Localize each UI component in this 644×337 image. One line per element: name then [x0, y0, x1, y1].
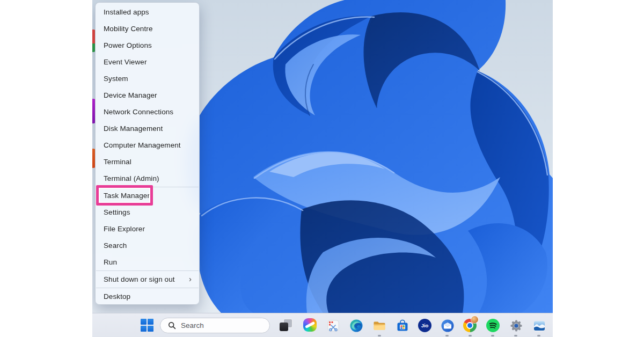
copilot-button[interactable]	[303, 318, 317, 332]
snipping-tool-icon	[326, 319, 340, 333]
submenu-chevron-icon: ›	[189, 275, 192, 283]
file-explorer-icon	[372, 319, 386, 333]
search-icon	[168, 321, 176, 329]
menu-item-file-explorer[interactable]: File Explorer	[96, 221, 199, 237]
chrome-profile-avatar	[471, 316, 478, 323]
running-indicator-spotify	[491, 335, 494, 336]
settings-button[interactable]	[509, 318, 523, 333]
menu-item-terminal[interactable]: Terminal	[96, 153, 199, 170]
chrome-button[interactable]	[463, 318, 477, 333]
spotify-icon	[486, 319, 500, 332]
thunderbird-icon	[441, 319, 455, 333]
search-placeholder: Search	[181, 321, 204, 329]
menu-item-mobility-centre[interactable]: Mobility Centre	[96, 20, 199, 37]
running-indicator-thunderbird	[445, 335, 449, 336]
search-input[interactable]: Search	[160, 318, 270, 333]
edge-button[interactable]	[349, 318, 363, 333]
running-indicator-file-explorer	[378, 335, 381, 336]
menu-item-system[interactable]: System	[96, 70, 199, 87]
menu-item-shut-down-or-sign-out[interactable]: Shut down or sign out ›	[96, 271, 199, 288]
menu-item-device-manager[interactable]: Device Manager	[96, 87, 199, 104]
running-indicator-settings	[514, 335, 517, 336]
running-indicator-photos	[537, 335, 540, 336]
menu-item-power-options[interactable]: Power Options	[96, 37, 199, 54]
jio-button[interactable]: Jio	[418, 318, 432, 333]
menu-item-settings[interactable]: Settings	[96, 204, 199, 221]
menu-item-event-viewer[interactable]: Event Viewer	[96, 54, 199, 70]
menu-item-desktop[interactable]: Desktop	[96, 288, 199, 305]
menu-item-installed-apps[interactable]: Installed apps	[96, 4, 199, 20]
start-button[interactable]	[140, 318, 154, 332]
spotify-button[interactable]	[486, 318, 500, 333]
microsoft-store-icon	[396, 319, 409, 333]
menu-item-network-connections[interactable]: Network Connections	[96, 104, 199, 120]
running-indicator-chrome	[469, 335, 472, 336]
taskbar: Search	[92, 313, 553, 337]
menu-item-task-manager[interactable]: Task Manager	[96, 187, 199, 204]
photos-button[interactable]	[532, 318, 546, 333]
winx-context-menu: Installed apps Mobility Centre Power Opt…	[95, 2, 200, 305]
edge-icon	[349, 319, 363, 333]
menu-item-terminal-admin[interactable]: Terminal (Admin)	[96, 170, 199, 187]
task-view-button[interactable]	[280, 319, 292, 332]
desktop-screen: Installed apps Mobility Centre Power Opt…	[92, 0, 553, 337]
settings-gear-icon	[509, 319, 523, 333]
menu-item-computer-management[interactable]: Computer Management	[96, 137, 199, 153]
microsoft-store-button[interactable]	[395, 318, 409, 333]
photos-icon	[532, 319, 546, 333]
thunderbird-button[interactable]	[440, 318, 455, 333]
jio-icon: Jio	[418, 319, 431, 332]
windows-logo-icon	[141, 319, 147, 325]
menu-item-search[interactable]: Search	[96, 237, 199, 254]
file-explorer-button[interactable]	[372, 318, 386, 333]
menu-item-disk-management[interactable]: Disk Management	[96, 120, 199, 137]
menu-item-run[interactable]: Run	[96, 254, 199, 270]
snipping-tool-button[interactable]	[326, 318, 340, 333]
screenshot-canvas: Installed apps Mobility Centre Power Opt…	[0, 0, 644, 337]
